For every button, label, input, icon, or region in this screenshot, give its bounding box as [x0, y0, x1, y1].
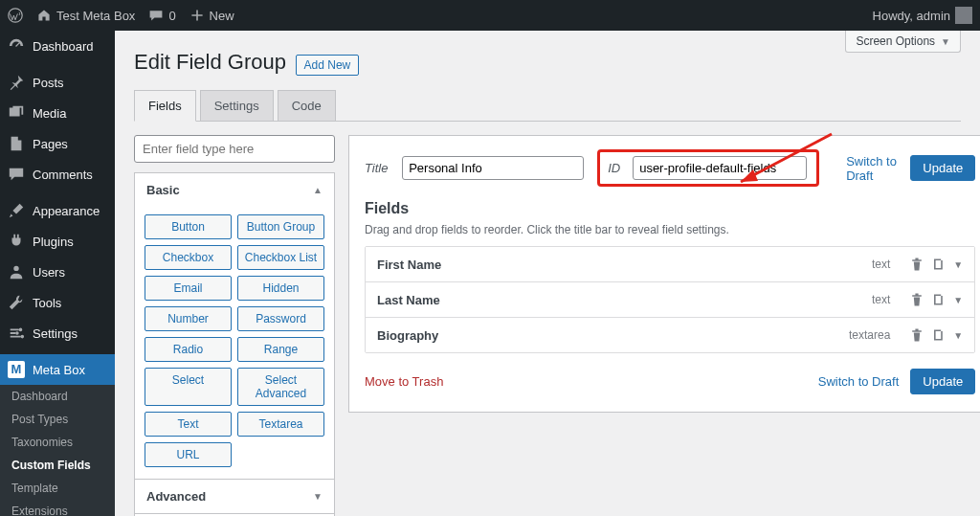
- field-type-text[interactable]: Text: [145, 412, 232, 437]
- screen-options-label: Screen Options: [856, 34, 935, 48]
- field-type-textarea[interactable]: Textarea: [237, 412, 324, 437]
- submenu-post-types[interactable]: Post Types: [0, 408, 115, 431]
- menu-posts[interactable]: Posts: [0, 67, 115, 98]
- field-type: text: [872, 258, 890, 271]
- page-title: Edit Field Group: [134, 31, 286, 84]
- menu-label: Posts: [33, 76, 64, 90]
- chevron-up-icon: ▲: [313, 185, 323, 195]
- field-type-checkbox[interactable]: Checkbox: [145, 245, 232, 270]
- metabox-icon: M: [8, 361, 25, 378]
- field-row[interactable]: First Nametext▼: [366, 247, 974, 282]
- accordion-basic-head[interactable]: Basic▲: [135, 173, 334, 207]
- tab-settings[interactable]: Settings: [200, 90, 274, 121]
- comment-icon: [8, 166, 25, 183]
- media-icon: [8, 104, 25, 122]
- plug-icon: [8, 233, 25, 250]
- chevron-down-icon: ▼: [941, 36, 950, 47]
- menu-dashboard[interactable]: Dashboard: [0, 31, 115, 61]
- menu-media[interactable]: Media: [0, 98, 115, 128]
- dashboard-icon: [8, 37, 25, 55]
- group-title-input[interactable]: [402, 156, 584, 180]
- duplicate-icon[interactable]: [930, 327, 946, 343]
- field-type-select[interactable]: Select: [145, 368, 232, 406]
- field-name: First Name: [377, 258, 872, 272]
- site-name-label: Test Meta Box: [56, 9, 135, 23]
- field-type-password[interactable]: Password: [237, 306, 324, 331]
- tabs: Fields Settings Code: [134, 90, 961, 122]
- brush-icon: [8, 202, 25, 219]
- accordion-label: Advanced: [146, 489, 206, 504]
- menu-label: Pages: [33, 137, 68, 151]
- field-type-range[interactable]: Range: [237, 337, 324, 362]
- accordion-label: Basic: [146, 183, 180, 197]
- menu-metabox[interactable]: MMeta Box: [0, 354, 115, 385]
- submenu-dashboard[interactable]: Dashboard: [0, 385, 115, 408]
- trash-icon[interactable]: [909, 292, 924, 307]
- screen-options-toggle[interactable]: Screen Options ▼: [845, 31, 961, 53]
- field-type-accordion: Basic▲ ButtonButton GroupCheckboxCheckbo…: [134, 172, 335, 516]
- chevron-down-icon[interactable]: ▼: [953, 330, 963, 341]
- wp-logo[interactable]: [8, 8, 23, 23]
- menu-label: Settings: [33, 326, 78, 341]
- submenu-extensions[interactable]: Extensions: [0, 500, 115, 516]
- update-button-bottom[interactable]: Update: [910, 369, 975, 394]
- chevron-down-icon[interactable]: ▼: [953, 259, 963, 270]
- duplicate-icon[interactable]: [930, 257, 946, 272]
- menu-label: Users: [33, 265, 65, 280]
- admin-sidebar: Dashboard Posts Media Pages Comments App…: [0, 31, 115, 516]
- accordion-advanced-head[interactable]: Advanced▼: [135, 479, 334, 513]
- field-type: text: [872, 293, 890, 306]
- tab-code[interactable]: Code: [278, 90, 336, 121]
- content-area: Screen Options ▼ Edit Field Group Add Ne…: [115, 31, 980, 516]
- fields-help: Drag and drop fields to reorder. Click t…: [365, 223, 975, 236]
- chevron-down-icon[interactable]: ▼: [953, 295, 963, 305]
- field-type-url[interactable]: URL: [145, 442, 232, 467]
- field-row[interactable]: Last Nametext▼: [366, 282, 974, 318]
- submenu-custom-fields[interactable]: Custom Fields: [0, 454, 115, 477]
- switch-to-draft-link[interactable]: Switch to Draft: [846, 154, 897, 183]
- field-type-select-advanced[interactable]: Select Advanced: [237, 368, 324, 406]
- field-type-checkbox-list[interactable]: Checkbox List: [237, 245, 324, 270]
- move-to-trash-link[interactable]: Move to Trash: [365, 374, 443, 389]
- duplicate-icon[interactable]: [930, 292, 946, 307]
- field-row[interactable]: Biographytextarea▼: [366, 318, 974, 352]
- submenu-taxonomies[interactable]: Taxonomies: [0, 431, 115, 454]
- howdy[interactable]: Howdy, admin: [873, 7, 972, 24]
- chevron-down-icon: ▼: [313, 491, 323, 502]
- plus-icon: [189, 8, 205, 23]
- pin-icon: [8, 74, 25, 91]
- group-id-input[interactable]: [633, 156, 807, 180]
- submenu-template[interactable]: Template: [0, 477, 115, 500]
- menu-plugins[interactable]: Plugins: [0, 226, 115, 257]
- field-type-search-input[interactable]: [134, 135, 335, 163]
- add-new-button[interactable]: Add New: [296, 55, 360, 76]
- menu-label: Meta Box: [33, 363, 85, 377]
- menu-users[interactable]: Users: [0, 257, 115, 287]
- field-type-hidden[interactable]: Hidden: [237, 276, 324, 301]
- field-type-number[interactable]: Number: [145, 306, 232, 331]
- menu-label: Plugins: [33, 235, 74, 249]
- menu-settings[interactable]: Settings: [0, 318, 115, 348]
- group-header-panel: Title ID Switch to Draft Update Fields D…: [348, 135, 980, 413]
- update-button-top[interactable]: Update: [910, 155, 975, 181]
- howdy-label: Howdy, admin: [873, 9, 950, 23]
- switch-to-draft-link-bottom[interactable]: Switch to Draft: [818, 374, 900, 389]
- tab-fields[interactable]: Fields: [134, 90, 196, 122]
- id-label: ID: [608, 161, 627, 175]
- field-type-email[interactable]: Email: [145, 276, 232, 301]
- field-type-radio[interactable]: Radio: [145, 337, 232, 362]
- field-type-button-group[interactable]: Button Group: [237, 214, 324, 239]
- field-list: First Nametext▼Last Nametext▼Biographyte…: [365, 246, 975, 353]
- title-label: Title: [365, 161, 389, 175]
- site-name[interactable]: Test Meta Box: [36, 8, 135, 23]
- sliders-icon: [8, 325, 25, 342]
- menu-tools[interactable]: Tools: [0, 287, 115, 318]
- trash-icon[interactable]: [909, 257, 924, 272]
- new-content[interactable]: New: [189, 8, 234, 23]
- menu-pages[interactable]: Pages: [0, 128, 115, 159]
- field-type-button[interactable]: Button: [145, 214, 232, 239]
- trash-icon[interactable]: [909, 327, 924, 343]
- menu-appearance[interactable]: Appearance: [0, 195, 115, 226]
- menu-comments[interactable]: Comments: [0, 159, 115, 190]
- comments-bubble[interactable]: 0: [148, 8, 175, 23]
